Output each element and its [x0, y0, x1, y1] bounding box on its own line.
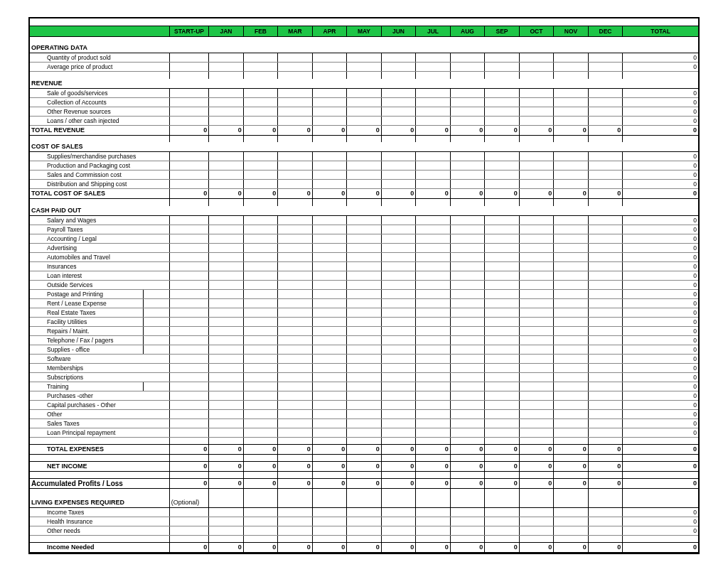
cell[interactable] [347, 261, 382, 271]
cell[interactable] [416, 382, 451, 391]
cell[interactable] [554, 225, 589, 234]
cell[interactable] [278, 517, 313, 526]
cell[interactable]: 0 [623, 461, 698, 471]
cell[interactable] [243, 289, 278, 298]
cell[interactable] [209, 363, 244, 372]
cell[interactable] [554, 107, 589, 116]
cell[interactable] [554, 243, 589, 252]
cell[interactable]: 0 [554, 478, 589, 488]
cell[interactable] [169, 280, 208, 289]
cell[interactable] [169, 354, 208, 363]
cell[interactable]: 0 [450, 125, 485, 135]
cell[interactable] [381, 418, 416, 428]
row-total[interactable]: 0 [623, 261, 698, 271]
cell[interactable] [381, 107, 416, 116]
cell[interactable] [169, 225, 208, 234]
cell[interactable] [243, 317, 278, 326]
cell[interactable] [450, 171, 485, 180]
cell[interactable] [485, 261, 520, 271]
cell[interactable] [450, 261, 485, 271]
cell[interactable]: 0 [554, 461, 589, 471]
cell[interactable] [416, 372, 451, 382]
cell[interactable] [554, 326, 589, 335]
cell[interactable] [519, 335, 554, 345]
cell[interactable] [519, 382, 554, 391]
cell[interactable]: 0 [209, 125, 244, 135]
cell[interactable] [416, 428, 451, 437]
cell[interactable] [381, 171, 416, 180]
cell[interactable] [169, 152, 208, 161]
cell[interactable] [169, 428, 208, 437]
cell[interactable] [243, 335, 278, 345]
cell[interactable] [209, 280, 244, 289]
cell[interactable] [243, 171, 278, 180]
cell[interactable] [519, 526, 554, 536]
cell[interactable] [278, 215, 313, 225]
cell[interactable] [169, 308, 208, 317]
cell[interactable] [312, 53, 347, 63]
cell[interactable] [588, 526, 623, 536]
cell[interactable] [347, 243, 382, 252]
cell[interactable] [209, 418, 244, 428]
cell[interactable] [519, 171, 554, 180]
cell[interactable] [588, 326, 623, 335]
cell[interactable] [450, 116, 485, 125]
cell[interactable] [554, 171, 589, 180]
cell[interactable] [169, 382, 208, 391]
cell[interactable] [485, 271, 520, 280]
cell[interactable] [312, 252, 347, 261]
cell[interactable] [347, 400, 382, 409]
row-total[interactable]: 0 [623, 345, 698, 354]
cell[interactable] [416, 261, 451, 271]
cell[interactable] [381, 298, 416, 308]
cell[interactable] [169, 526, 208, 536]
cell[interactable] [169, 261, 208, 271]
cell[interactable] [169, 289, 208, 298]
cell[interactable] [278, 335, 313, 345]
cell[interactable] [485, 289, 520, 298]
row-total[interactable]: 0 [623, 88, 698, 97]
cell[interactable] [450, 252, 485, 261]
cell[interactable] [450, 53, 485, 63]
cell[interactable] [588, 280, 623, 289]
row-total[interactable]: 0 [623, 97, 698, 107]
cell[interactable] [485, 382, 520, 391]
cell[interactable] [312, 161, 347, 171]
cell[interactable] [554, 317, 589, 326]
cell[interactable] [381, 234, 416, 243]
cell[interactable] [347, 317, 382, 326]
cell[interactable] [588, 517, 623, 526]
cell[interactable] [312, 418, 347, 428]
cell[interactable] [416, 225, 451, 234]
cell[interactable]: 0 [554, 125, 589, 135]
cell[interactable] [312, 180, 347, 189]
cell[interactable] [278, 280, 313, 289]
cell[interactable] [416, 335, 451, 345]
cell[interactable] [209, 63, 244, 72]
cell[interactable]: 0 [623, 478, 698, 488]
cell[interactable] [278, 116, 313, 125]
cell[interactable] [519, 317, 554, 326]
cell[interactable] [243, 308, 278, 317]
cell[interactable] [312, 243, 347, 252]
cell[interactable] [347, 271, 382, 280]
cell[interactable] [209, 180, 244, 189]
cell[interactable] [381, 391, 416, 400]
cell[interactable] [169, 97, 208, 107]
cell[interactable] [209, 382, 244, 391]
cell[interactable]: 0 [588, 461, 623, 471]
cell[interactable] [381, 308, 416, 317]
cell[interactable] [347, 53, 382, 63]
cell[interactable] [169, 234, 208, 243]
cell[interactable] [312, 345, 347, 354]
cell[interactable] [485, 308, 520, 317]
cell[interactable] [209, 345, 244, 354]
cell[interactable] [381, 88, 416, 97]
cell[interactable] [450, 88, 485, 97]
cell[interactable] [554, 526, 589, 536]
cell[interactable] [347, 225, 382, 234]
cell[interactable] [588, 261, 623, 271]
cell[interactable] [312, 508, 347, 517]
cell[interactable] [588, 372, 623, 382]
cell[interactable] [243, 409, 278, 418]
